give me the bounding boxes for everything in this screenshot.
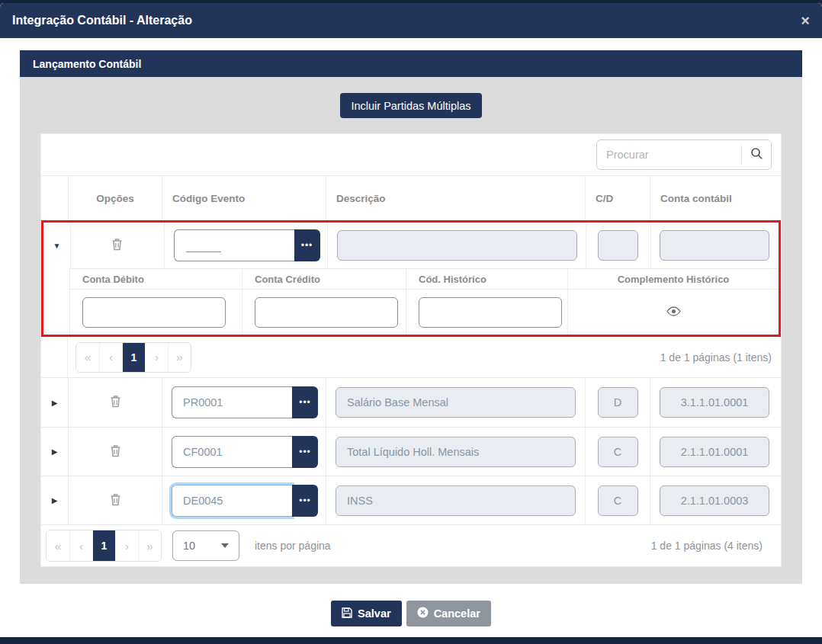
detail-header-row: Conta Débito Conta Crédito Cód. Históric… <box>70 268 779 289</box>
panel-header: Lançamento Contábil <box>20 50 802 77</box>
include-multiple-entries-button[interactable]: Incluir Partidas Múltiplas <box>340 93 481 118</box>
debit-account-cell <box>70 290 242 335</box>
event-code-lookup-button[interactable]: ••• <box>294 229 320 261</box>
previous-page-button[interactable]: ‹ <box>99 343 122 372</box>
expanded-row-highlight: ▼ <box>41 220 781 337</box>
grid-header-row: Opções Código Evento Descrição C/D Conta… <box>41 175 781 220</box>
save-label: Salvar <box>358 607 391 620</box>
delete-row-button[interactable] <box>110 444 121 460</box>
close-icon[interactable]: × <box>801 13 810 28</box>
page-size-select[interactable]: 10 <box>172 530 239 561</box>
chevron-down-icon <box>221 543 229 548</box>
table-row: ▶ ••• <box>41 427 781 476</box>
row-options-cell <box>70 223 164 268</box>
detail-pagination-spacer <box>41 337 68 377</box>
first-page-button[interactable]: « <box>76 343 99 372</box>
previous-page-button[interactable]: ‹ <box>69 530 92 561</box>
event-code-lookup-button[interactable]: ••• <box>292 386 318 418</box>
caret-down-icon: ▼ <box>53 242 60 250</box>
grid-pagination-bar: « ‹ 1 › » 10 itens por página 1 de 1 pág… <box>41 524 781 566</box>
table-row: ▶ ••• <box>41 476 781 524</box>
more-options-icon: ••• <box>299 447 311 457</box>
row-description-cell: Salário Base Mensal <box>326 378 585 427</box>
row-cd-cell: D <box>585 378 650 427</box>
header-cd: C/D <box>585 176 650 220</box>
page-1-button[interactable]: 1 <box>122 343 145 372</box>
more-options-icon: ••• <box>301 240 313 251</box>
background-page-strip <box>0 637 822 641</box>
search-input[interactable] <box>597 149 741 161</box>
detail-subtable: Conta Débito Conta Crédito Cód. Históric… <box>70 268 779 335</box>
event-code-lookup-button[interactable]: ••• <box>292 485 318 517</box>
cancel-icon <box>417 607 429 620</box>
header-credit-account: Conta Crédito <box>242 269 406 289</box>
debit-account-input[interactable] <box>82 297 226 328</box>
description-field-disabled: INSS <box>336 485 576 516</box>
delete-row-button[interactable] <box>111 238 123 253</box>
header-event-code: Código Evento <box>162 176 326 220</box>
history-complement-cell <box>567 290 779 335</box>
trash-icon <box>110 493 121 508</box>
preview-history-complement-button[interactable] <box>666 306 681 319</box>
row-description-cell: Total Líquido Holl. Mensais <box>326 428 585 476</box>
caret-right-icon: ▶ <box>52 399 58 407</box>
account-field-disabled: 2.1.1.01.0001 <box>660 437 769 467</box>
grid-pagination-summary: 1 de 1 páginas (4 itens) <box>651 540 772 552</box>
next-page-button[interactable]: › <box>115 530 138 561</box>
trash-icon <box>110 444 121 460</box>
event-code-input[interactable] <box>172 386 292 418</box>
save-button[interactable]: Salvar <box>331 601 402 626</box>
row-account-cell: 3.1.1.01.0001 <box>650 378 779 427</box>
expand-row-toggle[interactable]: ▶ <box>41 476 68 524</box>
account-field-disabled: 3.1.1.01.0001 <box>660 387 769 418</box>
credit-account-input[interactable] <box>255 297 398 328</box>
header-options: Opções <box>68 176 162 220</box>
expand-row-toggle[interactable]: ▶ <box>41 428 68 476</box>
next-page-button[interactable]: › <box>145 343 168 372</box>
row-description-cell: INSS <box>326 476 585 524</box>
more-options-icon: ••• <box>299 495 311 506</box>
header-expand-column <box>41 176 68 220</box>
table-row: ▶ ••• <box>41 378 781 427</box>
history-code-input[interactable] <box>419 297 562 328</box>
row-cd-cell <box>586 223 650 268</box>
row-account-cell <box>650 223 779 268</box>
event-code-lookup-button[interactable]: ••• <box>292 436 318 468</box>
expand-row-toggle[interactable]: ▶ <box>41 378 68 427</box>
collapse-row-toggle[interactable]: ▼ <box>43 223 70 268</box>
row-account-cell: 2.1.1.01.0001 <box>650 428 779 476</box>
header-description: Descrição <box>326 176 585 220</box>
accounting-integration-modal: Integração Contábil - Alteração × Lançam… <box>0 3 822 641</box>
first-page-button[interactable]: « <box>47 530 69 561</box>
last-page-button[interactable]: » <box>138 530 161 561</box>
page-1-button[interactable]: 1 <box>92 530 115 561</box>
header-account: Conta contábil <box>650 176 779 220</box>
event-code-input-focused[interactable] <box>172 485 292 517</box>
caret-right-icon: ▶ <box>52 496 58 505</box>
account-field-disabled <box>660 230 769 261</box>
delete-row-button[interactable] <box>110 395 121 410</box>
event-code-input[interactable] <box>172 436 292 468</box>
last-page-button[interactable]: » <box>168 343 191 372</box>
description-field-disabled: Salário Base Mensal <box>336 387 576 418</box>
events-grid: Opções Código Evento Descrição C/D Conta… <box>40 133 782 567</box>
cd-field-disabled: D <box>598 387 638 418</box>
cancel-button[interactable]: Cancelar <box>406 601 491 626</box>
row-options-cell <box>68 378 162 427</box>
event-code-input-group: ••• <box>172 386 318 418</box>
cd-field-disabled: C <box>598 485 638 516</box>
search-icon <box>750 147 763 162</box>
modal-header: Integração Contábil - Alteração × <box>0 3 822 38</box>
row-account-cell: 2.1.1.01.0003 <box>650 476 779 524</box>
modal-title: Integração Contábil - Alteração <box>12 14 192 27</box>
detail-pagination-row: « ‹ 1 › » 1 de 1 páginas (1 itens) <box>41 337 781 378</box>
page-size-label: itens por página <box>255 540 331 552</box>
search-button[interactable] <box>742 140 771 169</box>
row-options-cell <box>68 476 162 524</box>
delete-row-button[interactable] <box>110 493 121 508</box>
header-history-complement: Complemento Histórico <box>567 269 779 289</box>
event-code-input[interactable] <box>174 229 294 261</box>
table-row-new: ▼ <box>43 223 779 268</box>
more-options-icon: ••• <box>299 397 311 408</box>
page-size-value: 10 <box>183 540 195 552</box>
